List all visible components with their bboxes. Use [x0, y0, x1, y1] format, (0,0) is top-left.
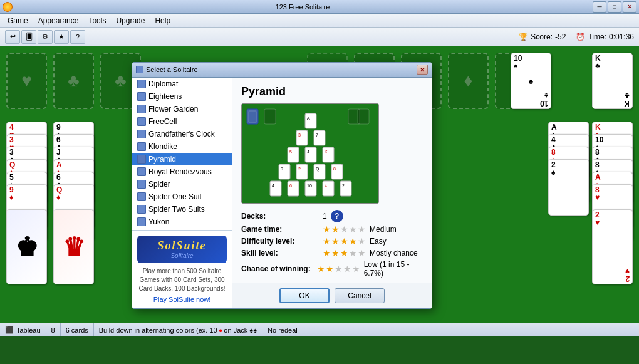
- decks-label: Decks:: [241, 212, 323, 221]
- game-icon-grandfathers-clock: [137, 130, 146, 138]
- skill-rating: Mostly chance: [370, 249, 418, 257]
- ok-button[interactable]: OK: [279, 288, 330, 303]
- time-label: Time:: [588, 33, 606, 41]
- title-bar: 123 Free Solitaire ─ □ ✕: [0, 0, 639, 14]
- game-item-klondike[interactable]: Klondike: [132, 140, 232, 153]
- score-icon: 🏆: [519, 33, 528, 41]
- toolbar-btn-2[interactable]: 🂠: [21, 30, 36, 44]
- game-item-eighteens[interactable]: Eighteens: [132, 90, 232, 103]
- game-time-value-area: ★ ★ ★ ★ ★ Medium: [323, 224, 397, 234]
- dialog-icon: [136, 66, 143, 73]
- svg-text:7: 7: [316, 133, 318, 137]
- game-icon-klondike: [137, 142, 146, 151]
- game-area: ♥ ♣ ♣ A A A ♦ ♠ 10♠ ♠ 10♠ K♣ K♣ 4♥ 3♥ 3♣: [0, 46, 639, 336]
- star-5: ★: [358, 224, 366, 234]
- svg-text:K: K: [325, 150, 328, 154]
- game-time-row: Game time: ★ ★ ★ ★ ★ Medium: [241, 224, 423, 234]
- chance-row: Chance of winning: ★ ★ ★ ★ ★ Low (1 in 1…: [241, 260, 423, 278]
- dialog-title-bar: Select a Solitaire ✕: [132, 63, 432, 78]
- skill-row: Skill level: ★ ★ ★ ★ ★ Mostly chance: [241, 248, 423, 258]
- chance-rating: Low (1 in 15 - 6.7%): [364, 260, 423, 278]
- svg-text:J: J: [307, 150, 309, 154]
- help-icon[interactable]: ?: [331, 210, 343, 222]
- game-item-grandfathers-clock[interactable]: Grandfather's Clock: [132, 128, 232, 140]
- toolbar-btn-3[interactable]: ⚙: [38, 30, 53, 44]
- solsuite-desc-text: Play more than 500 Solitaire Games with …: [137, 267, 227, 293]
- pyramid-preview-svg: A 3 7 5 J K: [242, 104, 379, 204]
- toolbar-btn-1[interactable]: ↩: [5, 30, 20, 44]
- clock-icon: ⏰: [576, 33, 585, 41]
- svg-text:8: 8: [333, 167, 336, 171]
- chance-star-1: ★: [317, 264, 325, 274]
- game-item-spider-one-suit[interactable]: Spider One Suit: [132, 190, 232, 203]
- game-icon-spider-one-suit: [137, 192, 146, 201]
- difficulty-stars: ★ ★ ★ ★ ★: [323, 236, 366, 246]
- skill-stars: ★ ★ ★ ★ ★: [323, 248, 366, 258]
- game-icon-diplomat: [137, 80, 146, 88]
- game-icon-flower-garden: [137, 105, 146, 113]
- svg-text:Q: Q: [316, 167, 320, 172]
- score-label: Score:: [531, 33, 553, 41]
- toolbar-btn-5[interactable]: ?: [70, 30, 85, 44]
- chance-stars: ★ ★ ★ ★ ★: [317, 264, 360, 274]
- skill-value-area: ★ ★ ★ ★ ★ Mostly chance: [323, 248, 418, 258]
- dialog-title-bar-left: Select a Solitaire: [136, 66, 198, 73]
- skill-star-3: ★: [340, 248, 348, 258]
- game-icon-pyramid: [137, 155, 146, 164]
- menu-item-game[interactable]: Game: [3, 15, 33, 26]
- cancel-button[interactable]: Cancel: [335, 288, 385, 303]
- game-item-spider-two-suits[interactable]: Spider Two Suits: [132, 203, 232, 216]
- difficulty-label: Difficulty level:: [241, 237, 323, 246]
- chance-star-2: ★: [326, 264, 334, 274]
- dialog-overlay: Select a Solitaire ✕ Diplomat Eight: [0, 46, 639, 336]
- menu-item-help[interactable]: Help: [150, 15, 175, 26]
- game-preview: A 3 7 5 J K: [241, 103, 379, 204]
- svg-text:6: 6: [289, 184, 292, 188]
- menu-item-upgrade[interactable]: Upgrade: [111, 15, 150, 26]
- chance-label: Chance of winning:: [241, 264, 317, 273]
- menu-item-tools[interactable]: Tools: [83, 15, 111, 26]
- dialog-footer: OK Cancel: [232, 283, 432, 308]
- game-icon-royal-rendezvous: [137, 167, 146, 176]
- toolbar-buttons: ↩ 🂠 ⚙ ★ ?: [5, 30, 85, 44]
- game-item-yukon[interactable]: Yukon: [132, 216, 232, 228]
- score-value: -52: [555, 33, 566, 41]
- skill-star-4: ★: [349, 248, 357, 258]
- svg-text:10: 10: [307, 184, 312, 188]
- close-button[interactable]: ✕: [623, 1, 636, 13]
- title-bar-controls: ─ □ ✕: [593, 1, 636, 13]
- svg-text:4: 4: [272, 184, 274, 188]
- solsuite-sub-text: Solitaire: [141, 252, 223, 259]
- game-item-pyramid[interactable]: Pyramid: [132, 153, 232, 165]
- difficulty-row: Difficulty level: ★ ★ ★ ★ ★ Easy: [241, 236, 423, 246]
- svg-rect-3: [264, 109, 276, 124]
- game-time-stars: ★ ★ ★ ★ ★: [323, 224, 366, 234]
- svg-rect-35: [358, 109, 369, 124]
- game-item-freecell[interactable]: FreeCell: [132, 115, 232, 128]
- chance-value-area: ★ ★ ★ ★ ★ Low (1 in 15 - 6.7%): [317, 260, 423, 278]
- dialog-close-button[interactable]: ✕: [417, 65, 428, 75]
- game-item-flower-garden[interactable]: Flower Garden: [132, 103, 232, 115]
- toolbar-info: 🏆 Score: -52 ⏰ Time: 0:01:36: [519, 33, 634, 41]
- game-detail-panel: Pyramid: [232, 78, 432, 308]
- svg-text:2: 2: [342, 184, 345, 188]
- difficulty-rating: Easy: [370, 237, 387, 246]
- minimize-button[interactable]: ─: [593, 1, 606, 13]
- game-item-spider[interactable]: Spider: [132, 178, 232, 190]
- game-icon-freecell: [137, 117, 146, 126]
- menu-item-appearance[interactable]: Appearance: [33, 15, 84, 26]
- game-icon-eighteens: [137, 92, 146, 101]
- diff-star-4: ★: [349, 236, 357, 246]
- maximize-button[interactable]: □: [608, 1, 621, 13]
- diff-star-1: ★: [323, 236, 331, 246]
- toolbar-btn-4[interactable]: ★: [54, 30, 69, 44]
- solsuite-link[interactable]: Play SolSuite now!: [153, 296, 211, 303]
- skill-label: Skill level:: [241, 249, 323, 257]
- decks-row: Decks: 1 ?: [241, 210, 423, 222]
- dialog-title-text: Select a Solitaire: [146, 66, 198, 73]
- decks-value-area: 1 ?: [323, 210, 343, 222]
- solsuite-promo: SolSuite Solitaire Play more than 500 So…: [132, 230, 232, 308]
- game-item-diplomat[interactable]: Diplomat: [132, 78, 232, 90]
- game-item-royal-rendezvous[interactable]: Royal Rendezvous: [132, 165, 232, 178]
- dialog-body: Diplomat Eighteens Flower Garden Fr: [132, 78, 432, 308]
